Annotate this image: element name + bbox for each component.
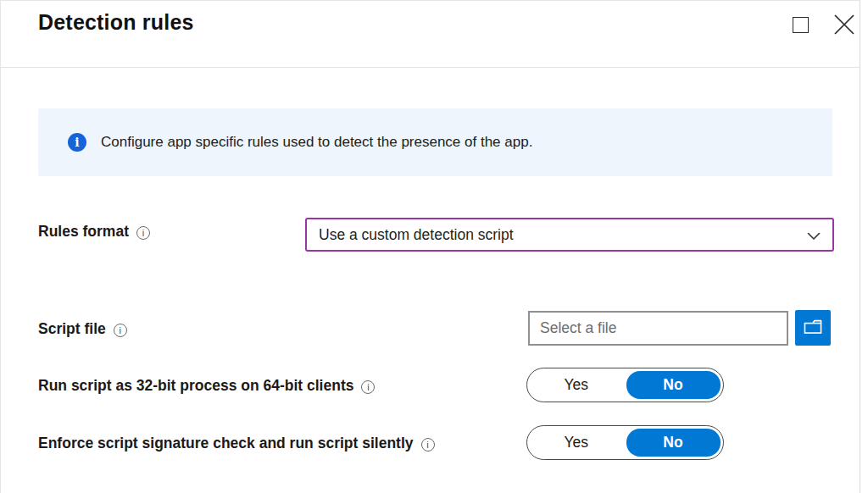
script-file-info-icon[interactable]: i <box>114 324 127 337</box>
close-button[interactable] <box>833 14 855 36</box>
enforce-signature-toggle-no[interactable]: No <box>626 429 721 457</box>
run-32bit-toggle-no[interactable]: No <box>626 371 721 399</box>
script-file-label: Script file i <box>38 320 127 338</box>
enforce-signature-toggle[interactable]: Yes No <box>526 425 724 460</box>
rules-format-label: Rules format i <box>38 223 150 241</box>
detection-rules-panel: Detection rules i Configure app specific… <box>0 0 860 493</box>
info-icon: i <box>68 133 86 152</box>
run-32bit-info-icon[interactable]: i <box>361 380 375 394</box>
enforce-signature-label: Enforce script signature check and run s… <box>38 435 435 452</box>
rules-format-selected-value: Use a custom detection script <box>307 226 514 244</box>
maximize-icon <box>793 17 809 33</box>
info-banner: i Configure app specific rules used to d… <box>38 108 832 176</box>
enforce-signature-toggle-yes[interactable]: Yes <box>527 426 626 459</box>
rules-format-info-icon[interactable]: i <box>136 226 150 240</box>
maximize-button[interactable] <box>793 16 810 33</box>
run-32bit-label: Run script as 32-bit process on 64-bit c… <box>38 377 375 395</box>
close-icon <box>833 14 855 36</box>
enforce-signature-info-icon[interactable]: i <box>421 438 435 451</box>
page-title: Detection rules <box>38 10 194 35</box>
rules-format-label-text: Rules format <box>38 223 129 241</box>
header-divider <box>1 67 860 68</box>
browse-file-button[interactable] <box>795 310 831 346</box>
script-file-label-text: Script file <box>38 320 106 338</box>
chevron-down-icon <box>806 229 821 244</box>
info-banner-text: Configure app specific rules used to det… <box>101 134 532 151</box>
script-file-input[interactable] <box>528 311 788 346</box>
folder-icon <box>802 317 824 339</box>
enforce-signature-label-text: Enforce script signature check and run s… <box>38 435 414 452</box>
run-32bit-label-text: Run script as 32-bit process on 64-bit c… <box>38 377 353 395</box>
run-32bit-toggle-yes[interactable]: Yes <box>527 368 626 402</box>
run-32bit-toggle[interactable]: Yes No <box>526 368 724 402</box>
rules-format-dropdown[interactable]: Use a custom detection script <box>305 218 834 252</box>
